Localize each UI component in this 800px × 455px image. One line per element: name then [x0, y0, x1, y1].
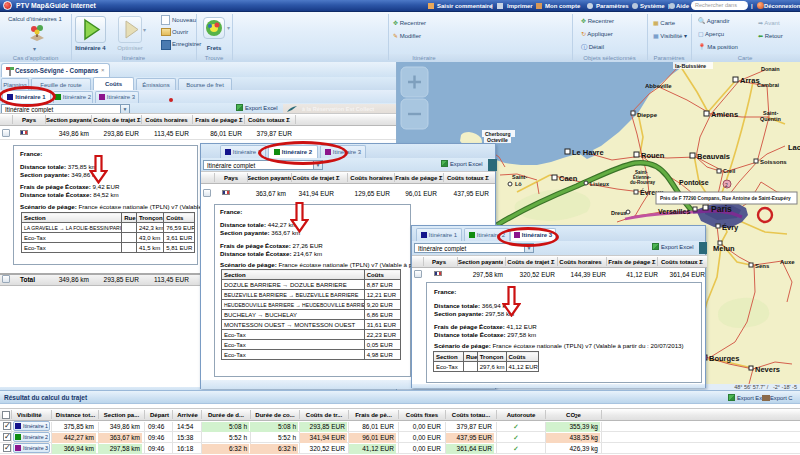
svg-text:Nevers: Nevers [755, 365, 780, 374]
svg-text:Abbeville: Abbeville [645, 83, 672, 89]
svg-text:du-Rouvray: du-Rouvray [630, 180, 656, 185]
svg-text:Lô: Lô [515, 181, 522, 187]
svg-text:Saint-: Saint- [512, 174, 527, 180]
svg-text:Le Havre: Le Havre [572, 148, 604, 157]
svg-text:Sens: Sens [755, 263, 770, 269]
svg-text:Caen: Caen [559, 174, 578, 183]
svg-text:Beauvais: Beauvais [697, 152, 730, 161]
svg-text:Rouen: Rouen [641, 151, 665, 160]
svg-text:Bourges: Bourges [709, 354, 739, 363]
svg-text:Amiens: Amiens [711, 110, 738, 119]
svg-text:Étienne-: Étienne- [633, 173, 651, 180]
svg-text:Auxe: Auxe [780, 259, 795, 265]
svg-text:Paris: Paris [711, 204, 732, 214]
svg-text:Quentin: Quentin [760, 116, 781, 122]
svg-text:Dreux: Dreux [611, 210, 628, 216]
svg-text:Lao: Lao [788, 143, 800, 152]
svg-text:Lisieux: Lisieux [590, 181, 610, 187]
svg-text:la-Buissière: la-Buissière [675, 63, 706, 69]
svg-text:Donain: Donain [761, 66, 780, 72]
svg-text:Soissons: Soissons [760, 159, 787, 165]
svg-text:Cambrai: Cambrai [757, 82, 779, 88]
svg-text:Évry: Évry [722, 223, 739, 232]
svg-text:2: 2 [725, 182, 728, 188]
svg-text:Versailles: Versailles [658, 208, 690, 215]
svg-text:Pontoise: Pontoise [679, 179, 709, 186]
svg-text:Creil: Creil [723, 168, 736, 174]
svg-text:Melun: Melun [713, 244, 735, 253]
svg-text:Près de F 77290 Compans, Rue A: Près de F 77290 Compans, Rue Antoine de … [660, 196, 791, 201]
svg-text:Dieppe: Dieppe [637, 112, 658, 118]
